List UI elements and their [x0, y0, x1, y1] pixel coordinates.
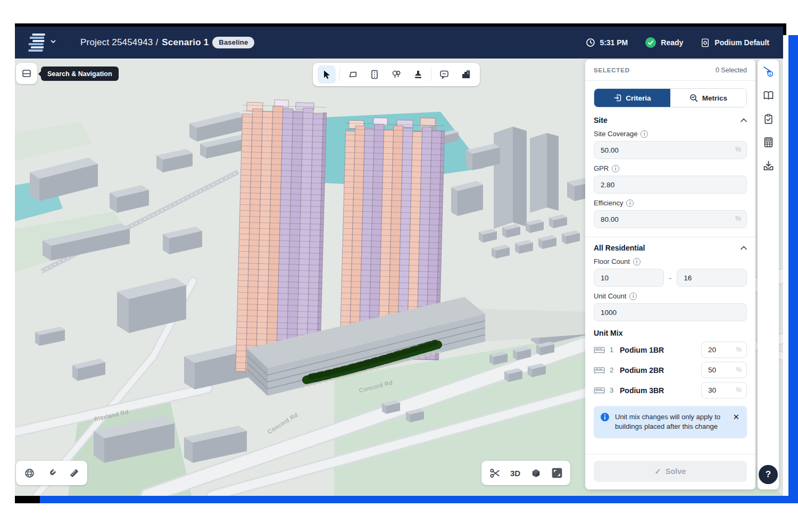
breadcrumb: Project 25454943 / Scenario 1 Baseline	[80, 37, 254, 48]
clipboard-check-icon	[762, 113, 775, 125]
right-icon-rail: ?	[758, 60, 779, 489]
zone-tool[interactable]	[344, 65, 362, 84]
projection-toggle[interactable]	[527, 464, 545, 482]
tower-building-left[interactable]	[236, 99, 327, 373]
trees-icon	[391, 69, 402, 80]
selected-label: SELECTED	[594, 67, 630, 73]
road-tool[interactable]	[365, 65, 384, 84]
unit-type-name: Podium 2BR	[620, 366, 696, 375]
info-icon[interactable]: i	[626, 200, 634, 207]
calculator-button[interactable]	[762, 136, 775, 148]
panel-icon	[21, 68, 32, 79]
bed-icon	[594, 366, 605, 374]
fullscreen-button[interactable]	[548, 464, 566, 482]
book-icon	[762, 89, 775, 102]
desktop-blue-band-right	[788, 35, 798, 496]
massing-tool[interactable]	[457, 65, 475, 84]
status-text: Ready	[661, 38, 683, 47]
tab-metrics-label: Metrics	[702, 94, 727, 102]
basemap-toggle[interactable]	[20, 464, 38, 482]
solve-check-icon: ✓	[655, 467, 661, 476]
solve-button[interactable]: ✓ Solve	[594, 461, 747, 482]
road-icon	[369, 69, 380, 80]
preset-name: Podium Default	[714, 38, 769, 47]
scissors-icon	[489, 468, 501, 479]
clock-icon	[586, 38, 595, 47]
select-tool[interactable]	[318, 65, 336, 84]
search-navigation-button[interactable]	[16, 63, 37, 84]
snap-toggle[interactable]	[43, 464, 61, 482]
panel-tabs: Criteria Metrics	[594, 88, 747, 107]
vegetation-tool[interactable]	[387, 65, 405, 84]
efficiency-field: %	[594, 210, 747, 228]
unit-mix-info-alert: Unit mix changes will only apply to buil…	[594, 406, 747, 438]
project-name: Project 25454943 /	[80, 37, 158, 48]
comment-tool[interactable]	[435, 65, 453, 84]
alert-close-icon[interactable]: ✕	[732, 412, 741, 421]
info-filled-icon	[600, 412, 610, 422]
library-button[interactable]	[762, 89, 775, 102]
fullscreen-icon	[551, 467, 563, 479]
percent-suffix: %	[735, 146, 741, 153]
percent-suffix: %	[736, 386, 742, 394]
floor-count-max-input[interactable]	[677, 269, 747, 287]
project-menu-chevron-icon[interactable]	[49, 38, 57, 47]
site-coverage-input[interactable]	[594, 141, 747, 159]
range-separator: -	[669, 274, 671, 282]
unit-mix-row-1: 1 Podium 1BR %	[594, 342, 747, 358]
view-mode-toggle[interactable]: 3D	[507, 469, 523, 478]
inspect-tool-active[interactable]	[762, 65, 775, 78]
stamp-icon	[413, 69, 423, 80]
section-residential-header[interactable]: All Residential	[594, 244, 747, 252]
app-logo-icon[interactable]	[28, 34, 45, 52]
search-navigation-tooltip: Search & Navigation	[41, 66, 119, 81]
ready-check-icon	[645, 37, 656, 48]
chevron-up-icon	[741, 118, 747, 122]
info-icon[interactable]: i	[612, 165, 619, 172]
tab-criteria[interactable]: Criteria	[594, 89, 670, 107]
stamp-tool[interactable]	[409, 65, 427, 84]
view-toolbar: 3D	[481, 461, 570, 485]
section-cut-tool[interactable]	[486, 464, 504, 482]
measure-tool[interactable]	[65, 464, 83, 482]
time-indicator: 5:31 PM	[586, 38, 628, 47]
toolbar-divider	[431, 68, 431, 81]
site-coverage-label: Site Coverage i	[594, 130, 747, 138]
scenario-name: Scenario 1	[162, 37, 209, 48]
metrics-icon	[689, 94, 699, 103]
magnet-icon	[46, 468, 57, 479]
floor-count-min-input[interactable]	[594, 269, 664, 287]
gpr-input[interactable]	[594, 176, 747, 194]
checklist-button[interactable]	[762, 113, 775, 125]
percent-suffix: %	[736, 346, 742, 353]
app-header: Project 25454943 / Scenario 1 Baseline 5…	[15, 27, 783, 59]
site-coverage-field: %	[594, 141, 747, 159]
info-icon[interactable]: i	[641, 130, 648, 138]
selected-count: 0 Selected	[716, 66, 747, 74]
status-indicator: Ready	[645, 37, 683, 48]
help-button[interactable]: ?	[759, 465, 778, 484]
tab-metrics[interactable]: Metrics	[670, 89, 746, 107]
percent-suffix: %	[735, 215, 741, 222]
desktop-blue-band-bottom	[40, 496, 798, 503]
export-button[interactable]	[762, 160, 775, 172]
section-residential-title: All Residential	[594, 244, 645, 252]
section-site-header[interactable]: Site	[594, 116, 747, 124]
unit-mix-row-3: 3 Podium 3BR %	[594, 382, 747, 398]
unit-type-name: Podium 1BR	[620, 346, 696, 354]
download-icon	[762, 160, 775, 172]
polygon-icon	[347, 69, 358, 80]
unit-count-input[interactable]	[594, 303, 747, 321]
stepped-building-icon	[461, 69, 471, 80]
map-settings-toolbar	[16, 461, 87, 485]
info-icon[interactable]: i	[629, 293, 637, 300]
globe-icon	[24, 468, 35, 479]
panel-footer: ✓ Solve	[585, 454, 755, 489]
floor-count-range: -	[594, 269, 747, 287]
info-icon[interactable]: i	[633, 258, 641, 265]
baseline-badge: Baseline	[212, 37, 254, 48]
preset-selector[interactable]: Podium Default	[700, 38, 769, 48]
efficiency-input[interactable]	[594, 210, 747, 228]
floor-count-label: Floor Count i	[594, 257, 747, 265]
window-corner-bottom-left	[15, 496, 40, 503]
